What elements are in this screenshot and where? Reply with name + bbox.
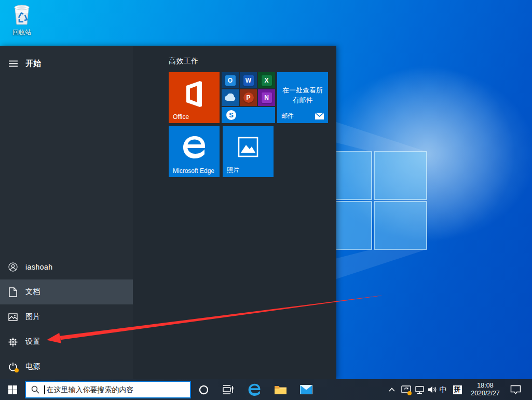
speaker-icon (428, 385, 438, 394)
tile-onenote[interactable]: N (258, 89, 275, 105)
windows-logo-icon (8, 385, 17, 394)
mail-tile-headline: 在一处查看所有邮件 (279, 85, 326, 105)
sidebar-item-pictures[interactable]: 图片 (0, 304, 133, 329)
office-tile-label: Office (173, 113, 189, 121)
recycle-bin-label: 回收站 (6, 28, 37, 37)
ime-mode-button[interactable]: 中 (438, 379, 449, 400)
update-badge (407, 391, 412, 395)
tile-powerpoint[interactable]: P (240, 89, 257, 105)
sidebar-item-power[interactable]: 电源 (0, 354, 133, 379)
taskbar: 中 拼 18:08 2020/2/27 (0, 379, 532, 400)
powerpoint-icon: P (243, 92, 254, 103)
tray-network-button[interactable] (413, 379, 426, 400)
tile-group-title: 高效工作 (169, 57, 199, 66)
mail-tile-label: 邮件 (281, 112, 294, 121)
sidebar-user-label: iashoah (25, 263, 53, 271)
tray-windows-update-button[interactable] (399, 379, 413, 400)
start-menu-header: 开始 (0, 51, 133, 76)
recycle-bin-glyph (11, 3, 33, 25)
mail-taskbar-icon (300, 385, 312, 394)
tile-word[interactable]: W (240, 72, 257, 88)
search-icon (31, 385, 39, 394)
mail-envelope-icon (315, 113, 324, 119)
tile-group-office-apps: O W X P N S (222, 72, 275, 123)
excel-icon: X (262, 75, 272, 86)
sidebar-documents-label: 文档 (25, 287, 40, 297)
tile-excel[interactable]: X (258, 72, 275, 88)
office-logo-icon (182, 79, 206, 109)
windows-update-icon (401, 385, 411, 394)
clock-date: 2020/2/27 (471, 390, 500, 397)
ime-mode-indicator: 中 (440, 385, 447, 395)
cortana-button[interactable] (193, 379, 214, 400)
cortana-icon (199, 385, 209, 395)
skype-icon: S (226, 110, 236, 120)
mail-app-button[interactable] (296, 379, 317, 400)
start-button[interactable] (0, 379, 25, 400)
sidebar-item-settings[interactable]: 设置 (0, 329, 133, 354)
taskbar-search[interactable] (25, 381, 191, 398)
sidebar-pictures-label: 图片 (25, 312, 40, 322)
file-explorer-button[interactable] (270, 379, 291, 400)
onenote-icon: N (262, 92, 272, 103)
network-ethernet-icon (415, 385, 425, 394)
file-explorer-icon (274, 384, 287, 395)
tile-microsoft-edge[interactable]: Microsoft Edge (169, 126, 220, 177)
tile-mail[interactable]: 在一处查看所有邮件 邮件 (277, 72, 328, 123)
ime-pinyin-button[interactable]: 拼 (451, 379, 463, 400)
photos-icon (238, 137, 258, 157)
ime-pinyin-indicator: 拼 (453, 385, 462, 394)
task-view-icon (223, 384, 234, 395)
task-view-button[interactable] (218, 379, 239, 400)
taskbar-clock[interactable]: 18:08 2020/2/27 (465, 379, 506, 400)
power-icon (8, 362, 18, 372)
sidebar-item-user[interactable]: iashoah (0, 255, 133, 279)
edge-tile-label: Microsoft Edge (173, 167, 214, 175)
search-input[interactable] (45, 382, 190, 397)
edge-taskbar-icon (248, 383, 261, 396)
sidebar-item-documents[interactable]: 文档 (0, 279, 133, 304)
edge-logo-icon (182, 135, 207, 159)
photos-tile-label: 照片 (227, 166, 239, 175)
pictures-icon (8, 312, 18, 322)
tray-expand-button[interactable] (386, 379, 398, 400)
gear-icon (8, 337, 18, 347)
user-icon (8, 262, 18, 272)
desktop: 回收站 开始 iashoah 文档 (0, 0, 532, 400)
action-center-button[interactable] (506, 379, 525, 400)
tile-photos[interactable]: 照片 (223, 126, 274, 177)
chevron-up-icon (389, 388, 395, 392)
outlook-icon: O (225, 75, 236, 86)
tile-skype[interactable]: S (222, 107, 275, 123)
tile-office[interactable]: Office (169, 72, 220, 123)
word-icon: W (243, 75, 254, 86)
clock-time: 18:08 (477, 382, 493, 390)
action-center-icon (510, 385, 521, 394)
recycle-bin-icon[interactable]: 回收站 (6, 3, 37, 37)
start-menu-title: 开始 (25, 59, 42, 69)
sidebar-settings-label: 设置 (25, 337, 40, 346)
document-icon (8, 287, 18, 297)
hamburger-menu-icon[interactable] (8, 58, 18, 69)
taskbar-edge-button[interactable] (244, 379, 265, 400)
start-menu: 开始 iashoah 文档 图 (0, 46, 336, 379)
power-update-badge (15, 368, 19, 372)
tile-onedrive[interactable] (222, 89, 239, 105)
sidebar-power-label: 电源 (25, 362, 40, 371)
tile-outlook[interactable]: O (222, 72, 239, 88)
cloud-icon (224, 94, 237, 101)
